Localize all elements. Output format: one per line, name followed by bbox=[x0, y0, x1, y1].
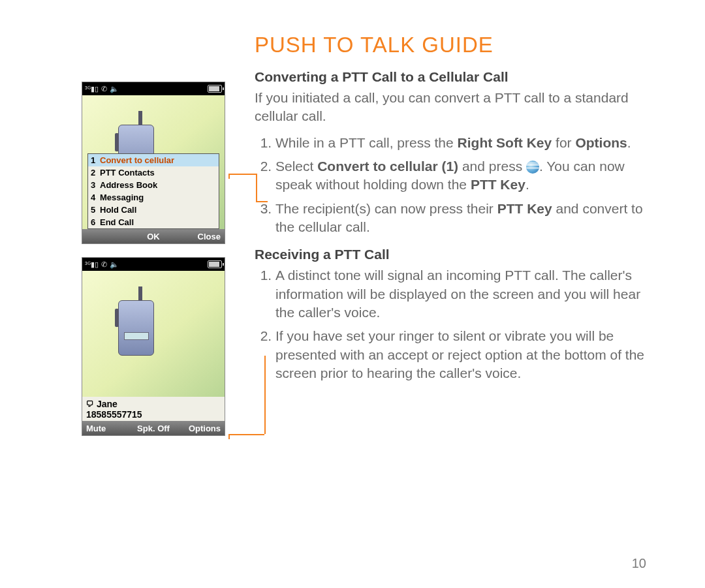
section-receiving: Receiving a PTT Call A distinct tone wil… bbox=[255, 247, 646, 382]
steps-converting: While in a PTT call, press the Right Sof… bbox=[255, 134, 646, 237]
menu-item-end-call[interactable]: 6End Call bbox=[88, 216, 219, 228]
softkey-center-spk-off[interactable]: Spk. Off bbox=[131, 421, 176, 435]
call-icon: ✆ bbox=[101, 260, 107, 269]
softkey-right-options[interactable]: Options bbox=[176, 421, 225, 435]
speech-bubble-icon: 🗩 bbox=[86, 399, 94, 409]
callout-line bbox=[228, 434, 264, 435]
step-2: Select Convert to cellular (1) and press… bbox=[275, 157, 646, 194]
status-bar: ³ᴳ▮▯ ✆ 🔈 bbox=[82, 82, 225, 95]
manual-page: ³ᴳ▮▯ ✆ 🔈 1Convert to cellular 2PTT Conta… bbox=[0, 0, 705, 436]
battery-icon bbox=[208, 260, 222, 268]
page-title: PUSH TO TALK GUIDE bbox=[255, 33, 646, 57]
caller-number: 18585557715 bbox=[86, 409, 221, 420]
callout-line bbox=[228, 434, 230, 439]
call-icon: ✆ bbox=[101, 85, 107, 93]
callout-line bbox=[264, 356, 266, 434]
callout-line bbox=[256, 174, 257, 201]
menu-item-hold-call[interactable]: 5Hold Call bbox=[88, 204, 219, 216]
text-column: PUSH TO TALK GUIDE Converting a PTT Call… bbox=[255, 33, 646, 436]
status-bar: ³ᴳ▮▯ ✆ 🔈 bbox=[82, 258, 225, 271]
sound-icon: 🔈 bbox=[110, 85, 119, 93]
callout-line bbox=[256, 201, 268, 202]
screenshot-column: ³ᴳ▮▯ ✆ 🔈 1Convert to cellular 2PTT Conta… bbox=[82, 33, 228, 436]
menu-item-address-book[interactable]: 3Address Book bbox=[88, 179, 219, 191]
step-r2: If you have set your ringer to silent or… bbox=[275, 327, 646, 382]
options-menu: 1Convert to cellular 2PTT Contacts 3Addr… bbox=[87, 153, 219, 229]
softkey-left-mute[interactable]: Mute bbox=[82, 421, 131, 435]
page-number: 10 bbox=[632, 556, 646, 571]
battery-icon bbox=[208, 85, 222, 93]
phone-mockup-incoming-call: ³ᴳ▮▯ ✆ 🔈 🗩Jane 18585557715 Mute Spk. Off… bbox=[82, 257, 225, 436]
caller-name: Jane bbox=[97, 399, 118, 409]
softkey-right-close[interactable]: Close bbox=[176, 229, 225, 243]
step-1: While in a PTT call, press the Right Sof… bbox=[275, 134, 646, 152]
att-globe-icon bbox=[526, 161, 539, 174]
step-r1: A distinct tone will signal an incoming … bbox=[275, 266, 646, 322]
steps-receiving: A distinct tone will signal an incoming … bbox=[255, 266, 646, 382]
menu-item-messaging[interactable]: 4Messaging bbox=[88, 191, 219, 204]
heading-receiving: Receiving a PTT Call bbox=[255, 247, 646, 262]
softkey-bar: OK Close bbox=[82, 229, 225, 243]
callout-line bbox=[228, 174, 230, 179]
phone-screen: 1Convert to cellular 2PTT Contacts 3Addr… bbox=[82, 95, 225, 229]
heading-converting: Converting a PTT Call to a Cellular Call bbox=[255, 69, 646, 85]
sound-icon: 🔈 bbox=[110, 260, 119, 269]
decorative-swoosh bbox=[418, 444, 705, 588]
softkey-center-ok[interactable]: OK bbox=[131, 229, 176, 243]
phone-mockup-options-menu: ³ᴳ▮▯ ✆ 🔈 1Convert to cellular 2PTT Conta… bbox=[82, 82, 225, 244]
signal-3g-icon: ³ᴳ▮▯ bbox=[85, 85, 99, 93]
menu-item-convert-to-cellular[interactable]: 1Convert to cellular bbox=[88, 154, 219, 166]
signal-3g-icon: ³ᴳ▮▯ bbox=[85, 260, 99, 269]
softkey-left[interactable] bbox=[82, 229, 131, 243]
softkey-bar: Mute Spk. Off Options bbox=[82, 421, 225, 435]
section-converting: Converting a PTT Call to a Cellular Call… bbox=[255, 69, 646, 236]
step-3: The recipient(s) can now press their PTT… bbox=[275, 200, 646, 237]
walkie-talkie-icon bbox=[118, 300, 154, 356]
phone-screen: 🗩Jane 18585557715 bbox=[82, 271, 225, 421]
intro-converting: If you initiated a call, you can convert… bbox=[255, 89, 646, 126]
caller-info: 🗩Jane 18585557715 bbox=[82, 397, 225, 421]
menu-item-ptt-contacts[interactable]: 2PTT Contacts bbox=[88, 166, 219, 179]
callout-line bbox=[228, 174, 256, 175]
